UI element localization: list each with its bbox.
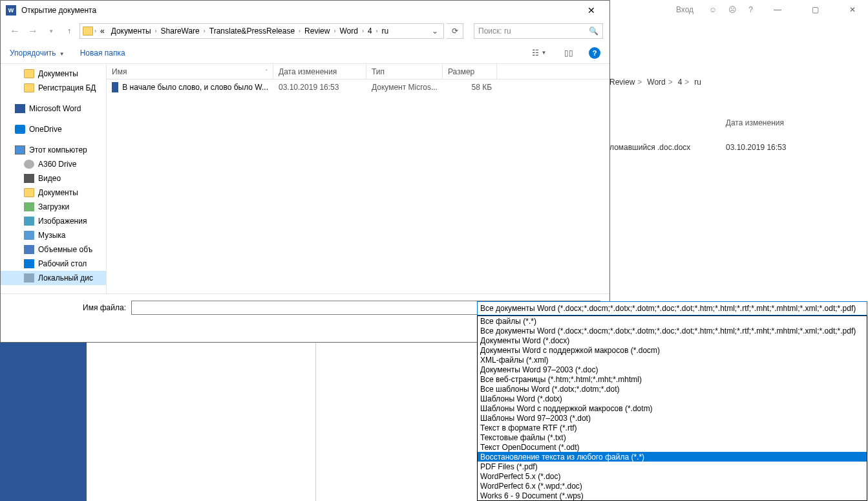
tree-label: A360 Drive — [38, 160, 76, 169]
crumb[interactable]: Word — [337, 25, 360, 37]
filetype-dropdown-list: Все файлы (*.*)Все документы Word (*.doc… — [477, 315, 867, 501]
tree-label: Изображения — [38, 217, 87, 226]
tree-item[interactable]: Документы — [1, 67, 106, 81]
tree-item[interactable]: Загрузки — [1, 200, 106, 214]
tree-item[interactable]: Регистрация БД — [1, 81, 106, 95]
tree-item[interactable]: Видео — [1, 171, 106, 186]
crumb[interactable]: Translate&PressRelease — [207, 25, 297, 37]
filetype-option[interactable]: Документы Word (*.docx) — [478, 336, 867, 345]
filetype-option[interactable]: Все веб-страницы (*.htm;*.html;*.mht;*.m… — [478, 374, 867, 384]
filetype-option[interactable]: WordPerfect 6.x (*.wpd;*.doc) — [478, 481, 867, 491]
maximize-button[interactable]: ▢ — [802, 1, 828, 19]
tree-item[interactable]: Этот компьютер — [1, 143, 106, 157]
col-type[interactable]: Тип — [366, 64, 443, 79]
tree-item[interactable]: Объемные объ — [1, 242, 106, 257]
tree-label: Загрузки — [38, 202, 69, 211]
help-button[interactable]: ? — [589, 47, 600, 59]
tree-item[interactable]: Microsoft Word — [1, 101, 106, 116]
col-name[interactable]: Имяˆ — [107, 64, 273, 79]
newfolder-button[interactable]: Новая папка — [80, 48, 125, 58]
dialog-close-button[interactable]: ✕ — [578, 1, 604, 19]
forward-button[interactable]: → — [25, 23, 41, 39]
filetype-option[interactable]: Восстановление текста из любого файла (*… — [478, 452, 867, 462]
col-size[interactable]: Размер — [443, 64, 497, 79]
filetype-combobox[interactable]: Все документы Word (*.docx;*.docm;*.dotx… — [477, 301, 867, 315]
tree-label: Музыка — [38, 231, 65, 240]
filetype-option[interactable]: Шаблоны Word 97–2003 (*.dot) — [478, 413, 867, 423]
filetype-option[interactable]: Текст в формате RTF (*.rtf) — [478, 423, 867, 432]
filetype-option[interactable]: Текстовые файлы (*.txt) — [478, 432, 867, 442]
filetype-option[interactable]: Документы Word с поддержкой макросов (*.… — [478, 345, 867, 355]
search-input[interactable]: Поиск: ru 🔍 — [474, 23, 603, 39]
recent-dropdown[interactable]: ▾ — [43, 23, 59, 39]
crumb[interactable]: 4 — [365, 25, 375, 37]
vid-icon — [24, 174, 34, 183]
file-row[interactable]: В начале было слово, и слово было W...03… — [107, 80, 609, 95]
bg-crumb[interactable]: 4 — [678, 78, 683, 87]
filetype-option[interactable]: Все файлы (*.*) — [478, 316, 867, 326]
col-date[interactable]: Дата изменения — [273, 64, 366, 79]
folder-icon — [24, 69, 34, 78]
minimize-button[interactable]: — — [765, 1, 790, 19]
bg-file-name: ломавшийся .doc.docx — [609, 143, 690, 152]
filetype-option[interactable]: Документы Word 97–2003 (*.doc) — [478, 365, 867, 374]
filetype-option[interactable]: Все шаблоны Word (*.dotx;*.dotm;*.dot) — [478, 384, 867, 394]
tree-label: Видео — [38, 174, 61, 183]
folder-icon — [83, 27, 93, 36]
tree-item[interactable]: Изображения — [1, 214, 106, 228]
view-mode-button[interactable]: ☷▼ — [529, 46, 549, 60]
filetype-option[interactable]: Все документы Word (*.docx;*.docm;*.dotx… — [478, 326, 867, 336]
filetype-option[interactable]: XML-файлы (*.xml) — [478, 355, 867, 365]
tree-item[interactable]: Рабочий стол — [1, 257, 106, 271]
filetype-option[interactable]: PDF Files (*.pdf) — [478, 462, 867, 471]
tree-item[interactable]: Музыка — [1, 228, 106, 242]
address-bar[interactable]: › « Документы› ShareWare› Translate&Pres… — [79, 23, 444, 39]
bg-crumb[interactable]: Review — [609, 78, 635, 87]
tree-label: Документы — [38, 188, 78, 197]
drv-icon — [24, 273, 34, 282]
login-link[interactable]: Вход — [676, 5, 693, 14]
filetype-option[interactable]: Шаблоны Word с поддержкой макросов (*.do… — [478, 403, 867, 413]
bg-crumb[interactable]: Word — [647, 78, 665, 87]
crumb[interactable]: Review — [302, 25, 332, 37]
file-list-header: Имяˆ Дата изменения Тип Размер — [107, 64, 609, 80]
tree-item[interactable]: OneDrive — [1, 122, 106, 136]
bg-crumb[interactable]: ru — [694, 78, 701, 87]
dialog-nav-bar: ← → ▾ ↑ › « Документы› ShareWare› Transl… — [1, 20, 609, 42]
crumb[interactable]: ShareWare — [158, 25, 202, 37]
word-page-area — [87, 343, 316, 501]
word-sidebar — [0, 343, 87, 501]
file-list: Имяˆ Дата изменения Тип Размер В начале … — [107, 64, 609, 293]
face-icon[interactable]: ☺ — [709, 5, 717, 14]
chevron-right-icon: › — [94, 28, 96, 34]
organize-button[interactable]: Упорядочить ▼ — [10, 48, 65, 58]
crumb-ellipsis[interactable]: « — [98, 25, 107, 37]
od-icon — [15, 125, 25, 134]
file-type: Документ Micros... — [366, 83, 443, 92]
tree-label: Локальный дис — [38, 273, 93, 282]
close-button[interactable]: ✕ — [840, 1, 865, 19]
up-button[interactable]: ↑ — [61, 23, 77, 39]
filetype-option[interactable]: Текст OpenDocument (*.odt) — [478, 442, 867, 452]
background-breadcrumb: Review> Word> 4> ru — [609, 76, 868, 87]
tree-item[interactable]: Локальный дис — [1, 271, 106, 285]
tree-item[interactable]: A360 Drive — [1, 157, 106, 171]
file-name: В начале было слово, и слово было W... — [122, 83, 268, 92]
refresh-button[interactable]: ⟳ — [447, 23, 463, 39]
crumb[interactable]: ru — [379, 25, 392, 37]
filetype-option[interactable]: Works 6 - 9 Document (*.wps) — [478, 491, 867, 500]
help-icon[interactable]: ? — [748, 5, 753, 14]
tree-item[interactable]: Документы — [1, 186, 106, 200]
filetype-option[interactable]: WordPerfect 5.x (*.doc) — [478, 471, 867, 481]
preview-pane-button[interactable]: ▯▯ — [559, 46, 578, 60]
pc-icon — [15, 145, 25, 155]
filetype-option[interactable]: Шаблоны Word (*.dotx) — [478, 394, 867, 403]
face-sad-icon[interactable]: ☹ — [728, 5, 737, 14]
bg-file-row[interactable]: ломавшийся .doc.docx 03.10.2019 16:53 — [609, 143, 868, 152]
address-dropdown[interactable]: ⌄ — [429, 27, 441, 36]
crumb[interactable]: Документы — [109, 25, 154, 37]
filename-label: Имя файла: — [10, 303, 126, 312]
tree-label: OneDrive — [29, 125, 62, 134]
back-button[interactable]: ← — [7, 23, 23, 39]
cube-icon — [24, 245, 34, 254]
